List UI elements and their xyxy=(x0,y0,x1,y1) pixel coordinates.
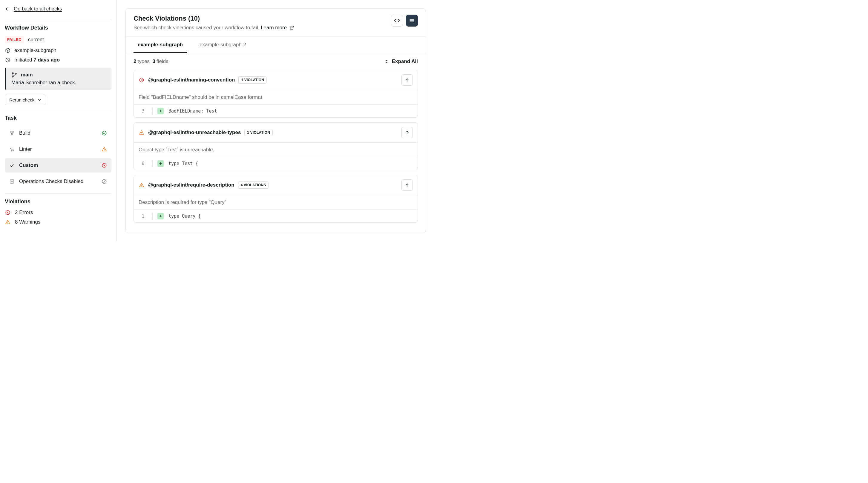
violation-count-pill: 1 VIOLATION xyxy=(244,129,273,136)
collapse-button[interactable] xyxy=(401,127,413,138)
fields-label: fields xyxy=(156,59,168,64)
violation-head: @graphql-eslint/require-description 4 VI… xyxy=(134,175,417,195)
error-circle-icon xyxy=(138,77,145,83)
violations-panel: Check Violations (10) See which check vi… xyxy=(125,8,426,233)
code-snippet: type Query { xyxy=(168,214,201,219)
task-item-custom[interactable]: Custom xyxy=(5,158,112,172)
branch-activity: Maria Schreiber ran a check. xyxy=(11,80,106,86)
back-link-label: Go back to all checks xyxy=(14,6,62,12)
svg-point-6 xyxy=(11,134,12,135)
expand-all-label: Expand All xyxy=(392,59,418,64)
learn-more-link[interactable]: Learn more xyxy=(261,25,293,30)
tab-example-subgraph[interactable]: example-subgraph xyxy=(133,36,187,53)
violation-head: @graphql-eslint/naming-convention 1 VIOL… xyxy=(134,70,417,90)
rule-name: @graphql-eslint/naming-convention xyxy=(148,77,235,83)
arrow-left-icon xyxy=(5,6,10,12)
summary-row: 2types 3fields Expand All xyxy=(126,53,426,70)
violation-count-pill: 1 VIOLATION xyxy=(238,76,267,84)
plus-marker: + xyxy=(157,160,164,167)
rerun-check-button[interactable]: Rerun check xyxy=(5,95,46,105)
build-icon xyxy=(9,130,15,136)
warning-triangle-icon xyxy=(138,130,145,135)
violation-message: Object type `Test` is unreachable. xyxy=(134,143,417,157)
sidebar: Go back to all checks Workflow Details F… xyxy=(0,0,117,242)
task-title: Task xyxy=(5,115,112,121)
task-item-linter[interactable]: Linter xyxy=(5,142,112,156)
line-number: 6 xyxy=(138,161,148,166)
back-to-checks-link[interactable]: Go back to all checks xyxy=(5,5,112,15)
expand-all-button[interactable]: Expand All xyxy=(384,59,418,64)
workflow-status-row: FAILED current xyxy=(5,36,112,43)
panel-header: Check Violations (10) See which check vi… xyxy=(126,9,426,36)
collapse-button[interactable] xyxy=(401,74,413,86)
code-row: 6 + type Test { xyxy=(134,157,417,170)
task-label: Operations Checks Disabled xyxy=(19,179,83,185)
error-circle-icon xyxy=(5,210,11,216)
branch-card[interactable]: main Maria Schreiber ran a check. xyxy=(5,68,112,90)
warning-triangle-icon xyxy=(138,182,145,188)
collapse-button[interactable] xyxy=(401,180,413,191)
arrow-up-icon xyxy=(405,130,409,135)
plus-marker: + xyxy=(157,213,164,219)
expand-collapse-icon xyxy=(384,59,389,64)
learn-more-label: Learn more xyxy=(261,25,287,30)
svg-point-10 xyxy=(11,181,13,183)
initiated-time: 7 days ago xyxy=(33,57,60,63)
list-icon xyxy=(409,18,415,24)
tab-example-subgraph-2[interactable]: example-subgraph-2 xyxy=(195,36,250,53)
code-icon xyxy=(394,18,400,24)
plus-marker: + xyxy=(157,108,164,114)
clock-icon xyxy=(5,57,11,63)
subgraph-row: example-subgraph xyxy=(5,47,112,54)
status-warn-icon xyxy=(101,146,107,152)
counts: 2types 3fields xyxy=(133,59,168,64)
code-view-button[interactable] xyxy=(391,14,403,27)
svg-point-7 xyxy=(102,131,106,135)
rule-name: @graphql-eslint/no-unreachable-types xyxy=(148,130,241,135)
panel-title: Check Violations (10) xyxy=(133,14,294,22)
violations-list: @graphql-eslint/naming-convention 1 VIOL… xyxy=(126,70,426,233)
divider xyxy=(5,193,112,194)
rerun-label: Rerun check xyxy=(9,97,34,102)
task-item-build[interactable]: Build xyxy=(5,126,112,140)
header-actions xyxy=(391,14,418,27)
arrow-up-icon xyxy=(405,77,409,83)
workflow-details-title: Workflow Details xyxy=(5,25,112,31)
task-label: Build xyxy=(19,130,30,136)
task-label: Custom xyxy=(19,162,38,168)
main-content: Check Violations (10) See which check vi… xyxy=(117,0,435,242)
task-item-operations[interactable]: Operations Checks Disabled xyxy=(5,174,112,189)
violation-message: Description is required for type "Query" xyxy=(134,195,417,210)
errors-row: 2 Errors xyxy=(5,210,112,216)
status-badge-failed: FAILED xyxy=(5,36,24,43)
divider xyxy=(5,20,112,20)
vline xyxy=(152,213,153,219)
subgraph-label: example-subgraph xyxy=(14,47,57,54)
git-branch-icon xyxy=(11,72,17,78)
subtitle-prefix: See which check violations caused your w… xyxy=(133,25,261,30)
list-view-button[interactable] xyxy=(406,14,418,27)
warnings-row: 8 Warnings xyxy=(5,219,112,225)
line-number: 3 xyxy=(138,108,148,114)
cube-icon xyxy=(5,47,11,54)
chevron-down-icon xyxy=(37,98,41,102)
status-err-icon xyxy=(101,162,107,168)
violation-body: Object type `Test` is unreachable. 6 + t… xyxy=(134,142,417,170)
errors-label: 2 Errors xyxy=(15,210,33,216)
status-disabled-icon xyxy=(101,179,107,185)
initiated-row: Initiated 7 days ago xyxy=(5,57,112,63)
subgraph-tabs: example-subgraph example-subgraph-2 xyxy=(126,36,426,53)
check-icon xyxy=(9,162,15,168)
vline xyxy=(152,108,153,114)
status-label: current xyxy=(28,37,44,43)
external-link-icon xyxy=(290,26,294,30)
violation-body: Field "BadFIELDname" should be in camelC… xyxy=(134,90,417,117)
types-label: types xyxy=(137,59,150,64)
violations-title: Violations xyxy=(5,198,112,205)
violation-count-pill: 4 VIOLATIONS xyxy=(238,182,269,189)
operations-icon xyxy=(9,179,15,185)
violation-body: Description is required for type "Query"… xyxy=(134,195,417,222)
linter-icon xyxy=(9,146,15,152)
divider xyxy=(5,110,112,110)
rule-name: @graphql-eslint/require-description xyxy=(148,182,235,188)
